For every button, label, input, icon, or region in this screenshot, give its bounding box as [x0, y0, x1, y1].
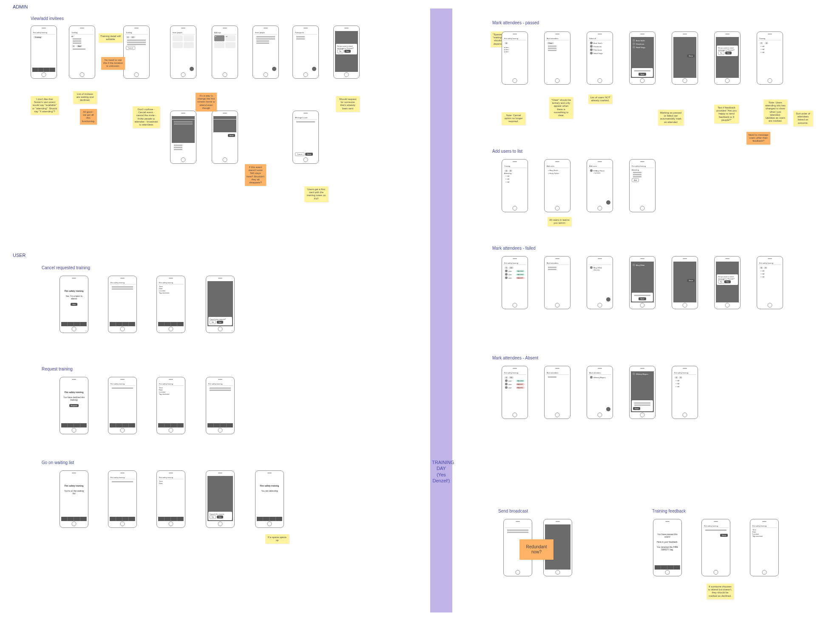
absent-phone-1: Fire safety training 410 userPASSED user…: [502, 366, 528, 419]
adduser-phone-1: Training 48 Attending opt opt opt: [502, 159, 528, 212]
no-button[interactable]: No: [210, 515, 216, 519]
row: Tag treatment: [159, 393, 183, 395]
fab[interactable]: [606, 407, 610, 411]
radio[interactable]: opt: [504, 180, 525, 183]
sticky-dont-like: I don't like that Susan's own event woul…: [31, 96, 59, 115]
user-radio[interactable]: Harry Potzer: [547, 172, 568, 175]
sticky-space-opens: If a space opens up: [265, 534, 289, 544]
passed-phone-1: Fire safety training 6 ▸ item ▸ item ▸ i…: [502, 31, 528, 85]
save-button[interactable]: Save: [639, 73, 646, 76]
radio[interactable]: opt: [504, 174, 525, 177]
admin-phone-1: Fire safety training Training: [31, 26, 57, 79]
admin-phone-3: Training 512 Cancel: [123, 26, 150, 79]
sticky-redundant: Redundant now?: [519, 539, 553, 560]
chip: 6: [505, 42, 508, 44]
user-section-label: USER: [13, 253, 26, 258]
clear-chip[interactable]: Clear: [547, 42, 554, 44]
titlebar: Fire safety training: [158, 476, 184, 479]
chip: 5: [126, 36, 130, 38]
fab[interactable]: [606, 297, 610, 302]
training-day-divider: [430, 9, 452, 612]
done-button[interactable]: Done: [305, 153, 313, 156]
yes-button[interactable]: Yes: [344, 50, 351, 53]
failed-phone-7: Fire safety training 69 optoptopt: [757, 256, 783, 309]
tag[interactable]: virt: [225, 35, 236, 41]
user[interactable]: Natali Varga: [593, 52, 610, 54]
send-button[interactable]: Send: [228, 134, 235, 137]
cancel-button[interactable]: Cancel: [126, 46, 135, 50]
feedback-phone-3: Fire safety training Time Date Location …: [750, 519, 779, 576]
grid-item[interactable]: [173, 35, 183, 41]
user[interactable]: Khushnara: [593, 46, 610, 48]
mark-passed-label: Mark attendees - passed: [492, 20, 539, 25]
yes-button[interactable]: Yes: [217, 321, 223, 324]
tag-selected[interactable]: virt: [214, 35, 224, 41]
body: Fire safety training You have declined t…: [61, 382, 87, 404]
sticky-no-need: No need to use this if the location is u…: [101, 57, 125, 70]
attend-button[interactable]: Join: [71, 303, 77, 306]
done-button[interactable]: Done: [687, 54, 695, 57]
user[interactable]: F.HArry Potzer: [593, 170, 610, 172]
mark-absent-label: Mark attendees - Absent: [492, 356, 538, 360]
chip: 4: [505, 170, 508, 172]
button[interactable]: Add: [632, 178, 639, 182]
no-button[interactable]: No: [337, 49, 343, 53]
sticky-first-card: Users get a first card with the training…: [304, 186, 328, 202]
admin-phone-tags: Add tags virt virt: [212, 26, 238, 79]
titlebar: Invite people: [254, 31, 277, 34]
request-phone-3: Fire safety training Time Date Location …: [156, 377, 185, 434]
yes-button[interactable]: Yes: [725, 51, 732, 54]
radio[interactable]: opt: [759, 48, 780, 51]
yes-button[interactable]: Yes: [217, 516, 223, 518]
confirm-text: Do you want to send message to 'Passed'?: [337, 45, 356, 49]
sticky-clear-tert: "Clear" should be tertiary and only appe…: [549, 97, 573, 119]
user[interactable]: Pete Jones: [593, 49, 610, 51]
titlebar: Training: [503, 165, 526, 168]
fab[interactable]: [606, 200, 610, 205]
titlebar: Training: [71, 31, 94, 34]
admin-section-label: ADMIN: [13, 4, 28, 9]
failed-phone-3: Mary Whitereflux mara: [587, 256, 613, 309]
sticky-message-other: Need to message users other than feedbac…: [746, 132, 770, 145]
user[interactable]: Anne Smith: [593, 42, 610, 44]
radio[interactable]: opt: [759, 45, 780, 48]
titlebar: Fire safety training: [631, 165, 654, 168]
fab[interactable]: [312, 67, 316, 71]
no-button[interactable]: No: [718, 51, 724, 55]
request-phone-4: Fire safety training: [206, 377, 235, 434]
fab-add[interactable]: [190, 67, 194, 71]
user-radio[interactable]: Mary Smith: [547, 169, 568, 172]
tab[interactable]: All: [71, 35, 93, 37]
admin-phone-invite2: Invite people: [253, 26, 279, 79]
titlebar: Training: [758, 37, 781, 40]
sticky-attending-info: Note: Users attending info has changed t…: [763, 100, 787, 124]
titlebar: Message to user: [294, 116, 317, 120]
user[interactable]: Mary White: [593, 267, 610, 269]
user: user: [508, 270, 515, 272]
row: Date: [159, 482, 183, 484]
save[interactable]: Save: [639, 297, 646, 300]
row[interactable]: ▸ item: [504, 51, 525, 53]
chip: 8: [509, 170, 512, 172]
row: Tag treatment: [159, 292, 183, 294]
radio[interactable]: opt: [504, 177, 525, 180]
chip: 12: [131, 36, 135, 38]
admin-phone-participants: Participants: [292, 26, 319, 79]
radio[interactable]: opt: [759, 51, 780, 54]
titlebar: Add tags: [213, 31, 236, 34]
titlebar: Fire safety training: [503, 37, 526, 40]
user[interactable]: Whitney Moyers: [593, 376, 610, 379]
body: You have passed this event! Here is your…: [655, 524, 680, 553]
broadcast-label: Send broadcast: [498, 509, 528, 513]
cancel-button[interactable]: Cancel: [295, 152, 304, 156]
fab[interactable]: [272, 67, 276, 71]
done[interactable]: Done: [687, 279, 695, 282]
titlebar: Invite people: [172, 31, 195, 34]
titlebar: Fire safety training: [32, 31, 55, 34]
sticky-sort-order: Sort order of attendees based on outcome…: [793, 111, 813, 126]
passed-phone-4: Anne Smith Khushnara Natali Varga Save: [629, 31, 656, 85]
request-button[interactable]: Request: [69, 404, 79, 407]
body: Fire safety training You are attending: [257, 476, 282, 495]
request-phone-1: Fire safety training You have declined t…: [60, 377, 88, 434]
no-button[interactable]: No: [210, 320, 216, 324]
